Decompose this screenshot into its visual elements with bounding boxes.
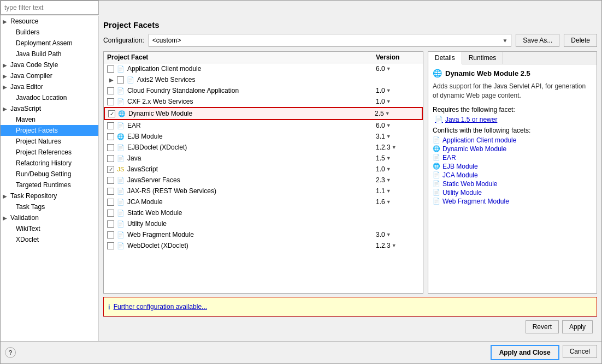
chevron-down-icon: ▼ [385, 111, 390, 116]
sidebar-item-label: Java Build Path [16, 50, 61, 58]
facet-version: 1.2.3 [376, 144, 391, 151]
arrow-icon: ▶ [3, 84, 7, 90]
dynamic-web-module-row[interactable]: 🌐 Dynamic Web Module 2.5 ▼ [104, 107, 423, 120]
facet-checkbox[interactable] [107, 210, 114, 217]
table-row[interactable]: 🌐 EJB Module 3.1 ▼ [104, 131, 423, 142]
filter-input[interactable] [1, 1, 99, 15]
config-select[interactable]: <custom> ▼ [149, 34, 512, 47]
conflict-item-dynamic-web[interactable]: 🌐 Dynamic Web Module [433, 145, 592, 153]
revert-button[interactable]: Revert [526, 320, 559, 333]
facet-checkbox[interactable] [107, 199, 114, 206]
facet-checkbox[interactable] [107, 231, 114, 238]
sidebar-item-run-debug[interactable]: Run/Debug Setting [1, 169, 98, 180]
conflict-item-jca[interactable]: 📄 JCA Module [433, 171, 592, 179]
save-as-button[interactable]: Save As... [516, 34, 559, 47]
table-row[interactable]: ▶ 📄 Axis2 Web Services [104, 74, 423, 85]
table-row[interactable]: 📄 JAX-RS (REST Web Services) 1.1 ▼ [104, 186, 423, 196]
facet-checkbox[interactable] [107, 220, 114, 228]
page-icon: 📄 [433, 171, 440, 178]
table-row[interactable]: 📄 EAR 6.0 ▼ [104, 120, 423, 131]
table-row[interactable]: 📄 Cloud Foundry Standalone Application 1… [104, 85, 423, 96]
conflict-label: EJB Module [442, 163, 478, 170]
table-row[interactable]: 📄 Web Fragment Module 3.0 ▼ [104, 229, 423, 240]
sidebar-item-task-repository[interactable]: ▶ Task Repository [1, 190, 98, 201]
sidebar-item-xdoclet[interactable]: XDoclet [1, 234, 98, 245]
conflict-item-ejb[interactable]: 🌐 EJB Module [433, 163, 592, 170]
apply-and-close-button[interactable]: Apply and Close [491, 345, 559, 360]
table-row[interactable]: 📄 Java 1.5 ▼ [104, 153, 423, 164]
sidebar-item-project-references[interactable]: Project References [1, 147, 98, 158]
table-row[interactable]: 📄 Application Client module 6.0 ▼ [104, 63, 423, 74]
web-icon: 🌐 [117, 109, 126, 118]
table-row[interactable]: 📄 Utility Module [104, 218, 423, 229]
table-row[interactable]: 📄 Static Web Module [104, 207, 423, 218]
sidebar-item-javadoc[interactable]: Javadoc Location [1, 92, 98, 103]
sidebar-item-label: Builders [16, 28, 39, 36]
sidebar-item-resource[interactable]: ▶ Resource [1, 16, 98, 27]
table-row[interactable]: 📄 WebDoclet (XDoclet) 1.2.3 ▼ [104, 240, 423, 251]
facet-checkbox[interactable] [107, 242, 114, 249]
facet-checkbox[interactable] [107, 155, 114, 162]
further-config-link[interactable]: Further configuration available... [114, 303, 207, 311]
conflict-label: Static Web Module [442, 180, 498, 188]
table-row[interactable]: 📄 EJBDoclet (XDoclet) 1.2.3 ▼ [104, 142, 423, 153]
delete-button[interactable]: Delete [564, 34, 597, 47]
facet-checkbox[interactable] [117, 76, 124, 83]
sidebar-item-builders[interactable]: Builders [1, 27, 98, 38]
facet-checkbox[interactable] [107, 122, 114, 129]
apply-button[interactable]: Apply [562, 320, 593, 333]
sidebar-item-java-code-style[interactable]: ▶ Java Code Style [1, 59, 98, 70]
ejb-icon: 🌐 [433, 163, 440, 170]
cancel-button[interactable]: Cancel [563, 345, 597, 358]
conflict-item-utility[interactable]: 📄 Utility Module [433, 189, 592, 196]
conflict-item-web-fragment[interactable]: 📄 Web Fragment Module [433, 198, 592, 205]
table-row[interactable]: 📄 JavaServer Faces 2.3 ▼ [104, 175, 423, 186]
help-button[interactable]: ? [5, 347, 16, 358]
sidebar-item-java-build-path[interactable]: Java Build Path [1, 49, 98, 59]
page-icon: 📄 [433, 154, 440, 161]
facet-checkbox[interactable] [107, 166, 114, 173]
facet-version: 1.0 [376, 165, 385, 173]
sidebar-item-project-facets[interactable]: Project Facets [1, 125, 98, 136]
conflict-item-ear[interactable]: 📄 EAR [433, 154, 592, 162]
sidebar-item-java-compiler[interactable]: ▶ Java Compiler [1, 70, 98, 81]
sidebar-item-label: Deployment Assem [16, 39, 72, 47]
sidebar-item-refactoring[interactable]: Refactoring History [1, 158, 98, 169]
facet-checkbox[interactable] [107, 144, 114, 151]
facet-checkbox[interactable] [107, 133, 114, 140]
sidebar-item-label: Project References [16, 148, 72, 156]
sidebar-item-java-editor[interactable]: ▶ Java Editor [1, 81, 98, 92]
sidebar-item-maven[interactable]: Maven [1, 114, 98, 125]
facet-version: 1.5 [376, 154, 385, 162]
conflict-item-static-web[interactable]: 📄 Static Web Module [433, 180, 592, 188]
details-requires-item[interactable]: 📄 Java 1.5 or newer [433, 116, 592, 123]
sidebar-item-validation[interactable]: ▶ Validation [1, 212, 98, 223]
table-row[interactable]: 📄 JCA Module 1.6 ▼ [104, 196, 423, 207]
sidebar-item-deployment[interactable]: Deployment Assem [1, 38, 98, 49]
page-icon: 📄 [433, 136, 440, 144]
conflict-item-application[interactable]: 📄 Application Client module [433, 136, 592, 144]
table-row[interactable]: 📄 CXF 2.x Web Services 1.0 ▼ [104, 96, 423, 107]
sidebar-item-task-tags[interactable]: Task Tags [1, 201, 98, 212]
tab-details[interactable]: Details [428, 52, 462, 64]
sidebar-item-targeted-runtimes[interactable]: Targeted Runtimes [1, 180, 98, 190]
table-row[interactable]: JS JavaScript 1.0 ▼ [104, 164, 423, 175]
facet-checkbox[interactable] [107, 177, 114, 184]
facet-checkbox[interactable] [107, 87, 114, 94]
facet-checkbox[interactable] [107, 188, 114, 195]
sidebar-item-project-natures[interactable]: Project Natures [1, 136, 98, 147]
facet-checkbox[interactable] [107, 98, 114, 105]
tab-runtimes[interactable]: Runtimes [462, 52, 504, 64]
sidebar-item-wikitext[interactable]: WikiText [1, 223, 98, 234]
content-pane: Project Facets Configuration: <custom> ▼… [99, 16, 601, 341]
details-requires-section: Requires the following facet: 📄 Java 1.5… [433, 106, 592, 123]
config-select-value: <custom> [152, 37, 181, 44]
facet-label: JCA Module [127, 198, 163, 206]
details-description: Adds support for the Java Servlet API, f… [433, 82, 592, 100]
sidebar-item-javascript[interactable]: ▶ JavaScript [1, 103, 98, 114]
facet-checkbox[interactable] [108, 110, 115, 117]
facet-checkbox[interactable] [107, 65, 114, 73]
requires-item-label: Java 1.5 or newer [445, 116, 497, 123]
page-icon: 📄 [126, 75, 135, 84]
page-icon: 📄 [116, 241, 125, 250]
